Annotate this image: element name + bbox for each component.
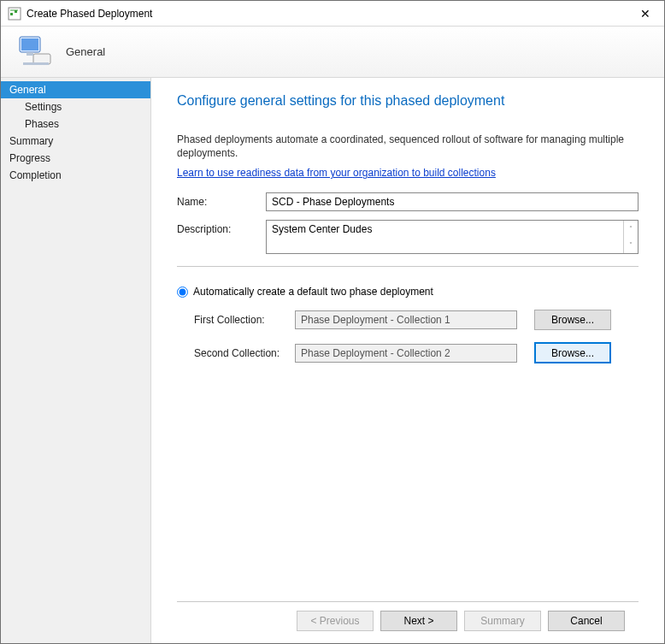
banner: General — [1, 27, 664, 78]
auto-create-label: Automatically create a default two phase… — [193, 286, 433, 298]
svg-rect-6 — [26, 52, 33, 56]
svg-rect-1 — [10, 13, 13, 15]
name-row: Name: — [177, 192, 639, 211]
sidebar: GeneralSettingsPhasesSummaryProgressComp… — [1, 78, 151, 643]
second-collection-row: Second Collection: Browse... — [194, 342, 639, 363]
banner-label: General — [66, 45, 105, 58]
description-scroll: ˄ ˅ — [623, 221, 638, 253]
close-icon: ✕ — [640, 7, 650, 21]
sidebar-item-completion[interactable]: Completion — [1, 167, 150, 184]
sidebar-item-progress[interactable]: Progress — [1, 150, 150, 167]
summary-button[interactable]: Summary — [464, 611, 541, 631]
computer-icon — [16, 35, 50, 69]
wizard-bar: < Previous Next > Summary Cancel — [177, 601, 639, 643]
window-title: Create Phased Deployment — [26, 8, 626, 20]
first-collection-value — [295, 310, 517, 329]
name-label: Name: — [177, 192, 266, 208]
next-button[interactable]: Next > — [380, 611, 457, 631]
scroll-up-icon[interactable]: ˄ — [624, 221, 638, 237]
scroll-down-icon[interactable]: ˅ — [624, 237, 638, 253]
second-browse-button[interactable]: Browse... — [534, 342, 611, 363]
second-collection-value — [295, 344, 517, 363]
intro-block: Phased deployments automate a coordinate… — [177, 133, 639, 179]
close-button[interactable]: ✕ — [626, 1, 664, 26]
sidebar-item-general[interactable]: General — [1, 81, 150, 98]
cancel-button[interactable]: Cancel — [548, 611, 625, 631]
content: Configure general settings for this phas… — [151, 78, 664, 643]
auto-create-radio[interactable] — [177, 287, 188, 298]
description-wrap: ˄ ˅ — [266, 220, 639, 254]
sidebar-item-summary[interactable]: Summary — [1, 133, 150, 150]
previous-button[interactable]: < Previous — [297, 611, 374, 631]
sidebar-item-phases[interactable]: Phases — [1, 115, 150, 133]
description-label: Description: — [177, 220, 266, 235]
main: GeneralSettingsPhasesSummaryProgressComp… — [1, 78, 664, 643]
first-collection-row: First Collection: Browse... — [194, 310, 639, 330]
svg-rect-7 — [23, 62, 49, 65]
description-row: Description: ˄ ˅ — [177, 220, 639, 254]
first-browse-button[interactable]: Browse... — [534, 310, 611, 330]
sidebar-item-settings[interactable]: Settings — [1, 98, 150, 115]
description-input[interactable] — [267, 221, 623, 253]
page-heading: Configure general settings for this phas… — [177, 93, 639, 109]
name-input[interactable] — [266, 192, 639, 211]
fields: Name: Description: ˄ ˅ — [177, 192, 639, 254]
second-collection-label: Second Collection: — [194, 347, 295, 359]
app-icon — [8, 7, 21, 21]
titlebar: Create Phased Deployment ✕ — [1, 1, 664, 27]
svg-rect-4 — [21, 38, 38, 50]
learn-link[interactable]: Learn to use readiness data from your or… — [177, 167, 496, 179]
auto-create-radio-row: Automatically create a default two phase… — [177, 286, 639, 298]
first-collection-label: First Collection: — [194, 314, 295, 326]
intro-text: Phased deployments automate a coordinate… — [177, 133, 639, 160]
divider — [177, 266, 639, 267]
